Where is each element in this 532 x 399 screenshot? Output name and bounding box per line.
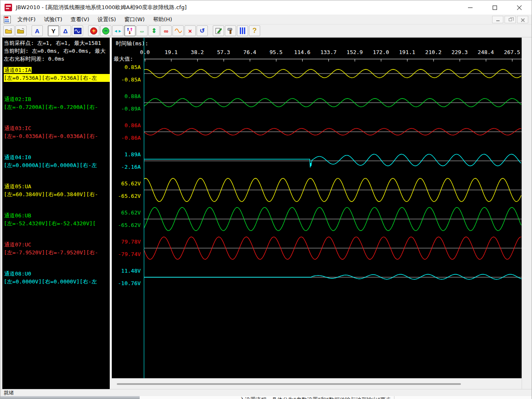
- menu-setting[interactable]: 设置(S): [94, 15, 120, 24]
- channel-info-panel: 当前采样点: 左=1, 右=1, 最大=1581 当前时刻: 左=0.0ms, …: [2, 37, 110, 389]
- sine-wave-icon: [175, 28, 182, 33]
- minimize-button[interactable]: [458, 0, 483, 15]
- status-bar: 就绪: [0, 389, 532, 396]
- waveform-screen-icon: [74, 28, 81, 34]
- expand-horizontal-button[interactable]: ⇔: [136, 25, 148, 36]
- edit-pen-icon: [215, 27, 222, 34]
- status-text: 就绪: [4, 389, 14, 397]
- overlay-waves-button[interactable]: ∞: [160, 25, 172, 36]
- single-wave-button[interactable]: [172, 25, 184, 36]
- menu-test[interactable]: 试验(T): [40, 15, 66, 24]
- channel-label-UC[interactable]: 通道07:UC: [4, 241, 110, 249]
- channel-info-IB: 通道02:IB[左=-0.7200A][右=-0.7200A][右-: [4, 95, 110, 111]
- channel-info-IA: 通道01:IA[左=0.7536A][右=0.7536A][右-左: [4, 66, 110, 82]
- data-list-button[interactable]: [237, 25, 248, 36]
- channel-info-I0: 通道04:I0[左=0.0000A][右=0.0000A][右-左: [4, 153, 110, 169]
- minimize-icon: [468, 5, 473, 10]
- channel-label-IC[interactable]: 通道03:IC: [4, 124, 110, 132]
- mdi-window-controls: [492, 16, 528, 23]
- background-window-text: 入设置流程，具体分为“参数设置”和“数据传输与波形输出”两步: [239, 396, 391, 399]
- maximize-icon: [493, 5, 497, 10]
- channel-values-UB: [左=-52.4320V][右=-52.4320V][: [4, 219, 110, 227]
- channel-label-IA[interactable]: 通道01:IA: [4, 66, 110, 74]
- mdi-restore-icon: [509, 18, 512, 21]
- tools-button[interactable]: [225, 25, 236, 36]
- channel-values-UC: [左=-7.9520V][右=-7.9520V][右-: [4, 249, 110, 256]
- mdi-restore-button[interactable]: [505, 16, 516, 23]
- compress-horizontal-button[interactable]: ◄►: [112, 25, 123, 36]
- mdi-minimize-button[interactable]: [492, 16, 503, 23]
- time-zoom-out-button[interactable]: −: [100, 25, 111, 36]
- time-zoom-in-button[interactable]: +: [88, 25, 99, 36]
- background-window-border: [394, 396, 394, 399]
- channel-info-IC: 通道03:IC[左=-0.0336A][右=-0.0336A][右-: [4, 124, 110, 140]
- channel-values-U0: [左=0.0000V][右=0.0000V][右-左: [4, 278, 110, 286]
- background-window-strip: 入设置流程，具体分为“参数设置”和“数据传输与波形输出”两步: [0, 396, 532, 399]
- horizontal-scrollbar[interactable]: [112, 378, 522, 389]
- open-folder-icon: [5, 28, 13, 34]
- open-file-button[interactable]: [3, 25, 15, 36]
- menu-window[interactable]: 窗口(W): [120, 15, 149, 24]
- menu-view[interactable]: 查看(V): [66, 15, 94, 24]
- cursor-arrows-button[interactable]: [124, 25, 135, 36]
- channel-values-IB: [左=-0.7200A][右=-0.7200A][右-: [4, 103, 110, 111]
- font-settings-button[interactable]: A: [32, 25, 43, 36]
- app-icon[interactable]: [5, 4, 12, 11]
- help-button[interactable]: ?: [249, 25, 260, 36]
- content-area: 当前采样点: 左=1, 右=1, 最大=1581 当前时刻: 左=0.0ms, …: [0, 37, 532, 389]
- mdi-close-button[interactable]: [517, 16, 528, 23]
- channel-info-U0: 通道08:U0[左=0.0000V][右=0.0000V][右-左: [4, 270, 110, 286]
- sample-info: 当前采样点: 左=1, 右=1, 最大=1581 当前时刻: 左=0.0ms, …: [2, 38, 110, 63]
- document-system-icon[interactable]: [4, 16, 11, 23]
- taskbar-fragment: [0, 396, 140, 399]
- waveform-U0: [144, 274, 522, 279]
- report-edit-button[interactable]: [213, 25, 224, 36]
- expand-vertical-button[interactable]: ⇕: [148, 25, 160, 36]
- info-line-cursor-diff: 左右光标时间差: 0.0ms: [4, 55, 110, 63]
- channel-info-UA: 通道05:UA[左=60.3840V][右=60.3840V][右-: [4, 182, 110, 198]
- menu-bar: 文件(F) 试验(T) 查看(V) 设置(S) 窗口(W) 帮助(H): [0, 15, 532, 25]
- hammer-icon: [227, 27, 234, 34]
- open-folder-alt-icon: [17, 28, 25, 34]
- info-line-current-time: 当前时刻: 左=0.0ms, 右=0.0ms, 最大: [4, 47, 110, 55]
- channel-label-I0[interactable]: 通道04:I0: [4, 153, 110, 161]
- mdi-minimize-icon: [496, 20, 500, 21]
- channel-info-UB: 通道06:UB[左=-52.4320V][右=-52.4320V][: [4, 212, 110, 227]
- menu-file[interactable]: 文件(F): [13, 15, 40, 24]
- zoom-in-icon: +: [90, 27, 97, 34]
- close-button[interactable]: [507, 0, 532, 15]
- channel-values-I0: [左=0.0000A][右=0.0000A][右-左: [4, 161, 110, 169]
- channel-values-IC: [左=-0.0336A][右=-0.0336A][右-: [4, 132, 110, 140]
- waveform-panel[interactable]: 时间轴(ms): 最大值: 0.019.138.257.376.495.5114…: [112, 37, 522, 389]
- title-bar: JBW2010 - [高阻消弧线圈接地系统1000欧姆A相90度非故障线路.cf…: [0, 0, 532, 15]
- toolbar: A Y Δ + − ◄► ⇔ ⇕ ∞ × ↺: [0, 25, 532, 37]
- app-window: JBW2010 - [高阻消弧线圈接地系统1000欧姆A相90度非故障线路.cf…: [0, 0, 532, 399]
- scrollbar-thumb[interactable]: [117, 383, 461, 385]
- cursor-arrows-icon: [126, 27, 133, 34]
- menu-help[interactable]: 帮助(H): [149, 15, 176, 24]
- close-icon: [517, 5, 522, 10]
- open-file-alt-button[interactable]: [15, 25, 27, 36]
- channel-label-U0[interactable]: 通道08:U0: [4, 270, 110, 278]
- mdi-close-icon: [521, 18, 525, 22]
- data-bars-icon: [240, 27, 245, 34]
- waveform-svg[interactable]: [112, 38, 522, 379]
- window-right-edge: [522, 37, 532, 389]
- delete-wave-button[interactable]: ×: [185, 25, 196, 36]
- undo-button[interactable]: ↺: [197, 25, 208, 36]
- channel-label-UA[interactable]: 通道05:UA: [4, 182, 110, 190]
- zoom-out-icon: −: [102, 27, 109, 34]
- wye-connection-button[interactable]: Y: [48, 25, 59, 36]
- delta-connection-button[interactable]: Δ: [60, 25, 71, 36]
- channel-label-UB[interactable]: 通道06:UB: [4, 212, 110, 219]
- window-title: JBW2010 - [高阻消弧线圈接地系统1000欧姆A相90度非故障线路.cf…: [16, 4, 187, 11]
- maximize-button[interactable]: [483, 0, 507, 15]
- channel-info-UC: 通道07:UC[左=-7.9520V][右=-7.9520V][右-: [4, 241, 110, 256]
- waveform-window-button[interactable]: [72, 25, 83, 36]
- info-line-sample-points: 当前采样点: 左=1, 右=1, 最大=1581: [4, 39, 110, 47]
- channel-values-UA: [左=60.3840V][右=60.3840V][右-: [4, 190, 110, 198]
- channel-values-IA: [左=0.7536A][右=0.7536A][右-左: [4, 74, 110, 82]
- channel-label-IB[interactable]: 通道02:IB: [4, 95, 110, 103]
